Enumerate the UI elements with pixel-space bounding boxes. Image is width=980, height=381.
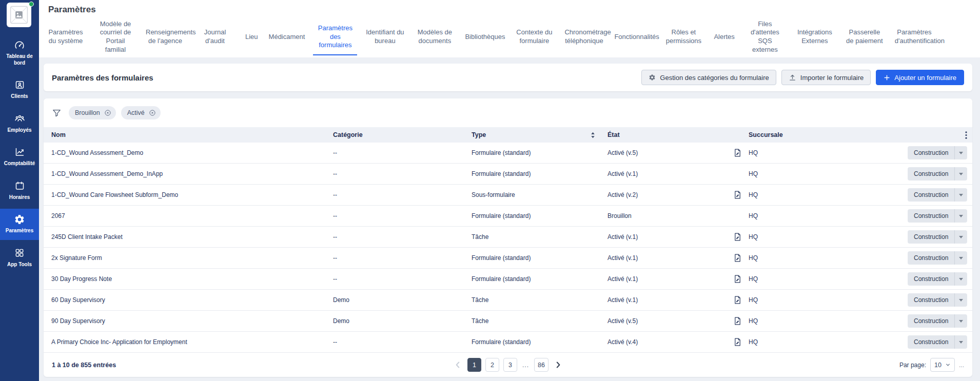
form-edit-document-icon[interactable] bbox=[732, 275, 742, 283]
cell-form-name[interactable]: 2x Signature Form bbox=[44, 254, 325, 262]
cell-branch: HQ bbox=[728, 212, 908, 220]
form-edit-document-icon[interactable] bbox=[732, 254, 742, 262]
construction-dropdown[interactable]: Construction bbox=[908, 188, 967, 202]
tab-bibliotheques[interactable]: Bibliothèques bbox=[465, 15, 504, 59]
table-options-kebab-icon[interactable] bbox=[963, 127, 969, 143]
construction-dropdown[interactable]: Construction bbox=[908, 167, 967, 181]
cell-actions: Construction bbox=[908, 272, 975, 286]
tab-modeles-de-documents[interactable]: Modèles de documents bbox=[415, 15, 454, 59]
sidebar-item-tableau-de-bord[interactable]: Tableau de bord bbox=[0, 34, 39, 72]
form-edit-document-icon[interactable] bbox=[732, 296, 742, 304]
next-page-button[interactable] bbox=[553, 360, 563, 369]
caret-down-icon[interactable] bbox=[954, 167, 967, 181]
tab-parametres-des-formulaires[interactable]: Paramètres des formulaires bbox=[316, 15, 355, 59]
remove-filter-icon[interactable] bbox=[149, 109, 156, 116]
tab-parametres-d-authentification[interactable]: Paramètres d'authentification bbox=[895, 15, 934, 59]
construction-dropdown[interactable]: Construction bbox=[908, 314, 967, 328]
construction-dropdown[interactable]: Construction bbox=[908, 272, 967, 286]
pagination-ellipsis: ... bbox=[521, 362, 530, 369]
cell-form-name[interactable]: A Primary Choice Inc- Application for Em… bbox=[44, 338, 325, 346]
construction-dropdown[interactable]: Construction bbox=[908, 335, 967, 349]
cell-form-name[interactable]: 2067 bbox=[44, 212, 325, 219]
previous-page-button[interactable] bbox=[453, 360, 463, 369]
cell-category: -- bbox=[325, 170, 463, 177]
construction-dropdown[interactable]: Construction bbox=[908, 146, 967, 159]
construction-dropdown[interactable]: Construction bbox=[908, 251, 967, 265]
tab-medicament[interactable]: Médicament bbox=[269, 15, 305, 59]
page-button-3[interactable]: 3 bbox=[503, 358, 517, 372]
cell-form-name[interactable]: 90 Day Supervisory bbox=[44, 317, 325, 325]
construction-dropdown-label: Construction bbox=[908, 293, 954, 307]
tab-alertes[interactable]: Alertes bbox=[714, 15, 734, 59]
construction-dropdown[interactable]: Construction bbox=[908, 230, 967, 244]
app-logo[interactable] bbox=[7, 3, 32, 28]
form-edit-document-icon[interactable] bbox=[732, 191, 742, 199]
tab-fonctionnalites[interactable]: Fonctionnalités bbox=[614, 15, 653, 59]
cell-state: Activé (v.1) bbox=[599, 275, 728, 283]
column-header-succursale[interactable]: Succursale bbox=[728, 131, 908, 138]
cell-category: Demo bbox=[325, 296, 463, 304]
sidebar-item-comptabilite[interactable]: Comptabilité bbox=[0, 142, 39, 173]
column-header-nom[interactable]: Nom bbox=[44, 131, 325, 138]
caret-down-icon[interactable] bbox=[954, 293, 967, 307]
tab-lieu[interactable]: Lieu bbox=[245, 15, 258, 59]
page-button-86[interactable]: 86 bbox=[534, 358, 548, 372]
form-edit-document-icon[interactable] bbox=[732, 233, 742, 241]
tab-label: Modèles de documents bbox=[415, 28, 454, 45]
cell-state: Activé (v.5) bbox=[599, 317, 728, 325]
import-form-button[interactable]: Importer le formulaire bbox=[781, 70, 871, 85]
form-edit-document-icon[interactable] bbox=[732, 338, 742, 346]
form-edit-document-icon[interactable] bbox=[732, 317, 742, 325]
caret-down-icon[interactable] bbox=[954, 146, 967, 159]
cell-form-name[interactable]: 245D Client Intake Packet bbox=[44, 233, 325, 240]
sidebar-item-parametres[interactable]: Paramètres bbox=[0, 209, 39, 240]
sidebar-item-clients[interactable]: Clients bbox=[0, 74, 39, 106]
cell-actions: Construction bbox=[908, 167, 975, 181]
tab-identifiant-du-bureau[interactable]: Identifiant du bureau bbox=[365, 15, 404, 59]
sort-icon[interactable] bbox=[591, 132, 595, 138]
sidebar-item-label: Paramètres bbox=[6, 228, 33, 234]
caret-down-icon[interactable] bbox=[954, 230, 967, 244]
manage-form-categories-button[interactable]: Gestion des catégories du formulaire bbox=[641, 70, 776, 85]
tab-parametres-du-systeme[interactable]: Paramètres du système bbox=[46, 15, 85, 59]
add-form-button[interactable]: Ajouter un formulaire bbox=[876, 70, 964, 85]
cell-form-name[interactable]: 30 Day Progress Note bbox=[44, 275, 325, 283]
table-header: Nom Catégorie Type État Succursale bbox=[44, 127, 972, 143]
cell-form-name[interactable]: 60 Day Supervisory bbox=[44, 296, 325, 304]
chevron-down-icon bbox=[945, 362, 951, 368]
tab-roles-et-permissions[interactable]: Rôles et permissions bbox=[664, 15, 703, 59]
tab-journal-d-audit[interactable]: Journal d'audit bbox=[195, 15, 234, 59]
caret-down-icon[interactable] bbox=[954, 251, 967, 265]
tab-chronometrage-telephonique[interactable]: Chronométrage téléphonique bbox=[564, 15, 603, 59]
caret-down-icon[interactable] bbox=[954, 272, 967, 286]
tab-passerelle-de-paiement[interactable]: Passerelle de paiement bbox=[845, 15, 884, 59]
per-page-select[interactable]: 10 bbox=[930, 358, 955, 372]
cell-branch-label: HQ bbox=[749, 149, 758, 156]
caret-down-icon[interactable] bbox=[954, 209, 967, 223]
page-button-2[interactable]: 2 bbox=[485, 358, 499, 372]
remove-filter-icon[interactable] bbox=[104, 109, 111, 116]
tab-integrations-externes[interactable]: Intégrations Externes bbox=[795, 15, 834, 59]
tab-label: Modèle de courriel de Portail familial bbox=[96, 20, 135, 54]
tab-contexte-du-formulaire[interactable]: Contexte du formulaire bbox=[515, 15, 554, 59]
form-edit-document-icon[interactable] bbox=[732, 149, 742, 157]
cell-form-name[interactable]: 1-CD_Wound Assessment_Demo bbox=[44, 149, 325, 156]
page-button-1[interactable]: 1 bbox=[467, 358, 481, 372]
column-header-etat[interactable]: État bbox=[599, 131, 728, 138]
caret-down-icon[interactable] bbox=[954, 314, 967, 328]
tab-renseignements-de-l-agence[interactable]: Renseignements de l'agence bbox=[146, 15, 185, 59]
tab-modele-de-courriel-de-portail-familial[interactable]: Modèle de courriel de Portail familial bbox=[96, 15, 135, 59]
construction-dropdown[interactable]: Construction bbox=[908, 293, 967, 307]
caret-down-icon[interactable] bbox=[954, 188, 967, 202]
cell-form-name[interactable]: 1-CD_Wound Care Flowsheet Subform_Demo bbox=[44, 191, 325, 198]
caret-down-icon[interactable] bbox=[954, 335, 967, 349]
construction-dropdown[interactable]: Construction bbox=[908, 209, 967, 223]
sidebar-item-employes[interactable]: Employés bbox=[0, 108, 39, 139]
tab-files-d-attentes-sqs-externes[interactable]: Files d'attentes SQS externes bbox=[746, 15, 785, 59]
sidebar-item-app-tools[interactable]: App Tools bbox=[0, 243, 39, 274]
sidebar-item-horaires[interactable]: Horaires bbox=[0, 175, 39, 207]
column-header-categorie[interactable]: Catégorie bbox=[325, 131, 463, 138]
cell-form-name[interactable]: 1-CD_Wound Assessment_Demo_InApp bbox=[44, 170, 325, 177]
column-header-type[interactable]: Type bbox=[463, 131, 599, 138]
filter-funnel-icon[interactable] bbox=[52, 108, 62, 118]
